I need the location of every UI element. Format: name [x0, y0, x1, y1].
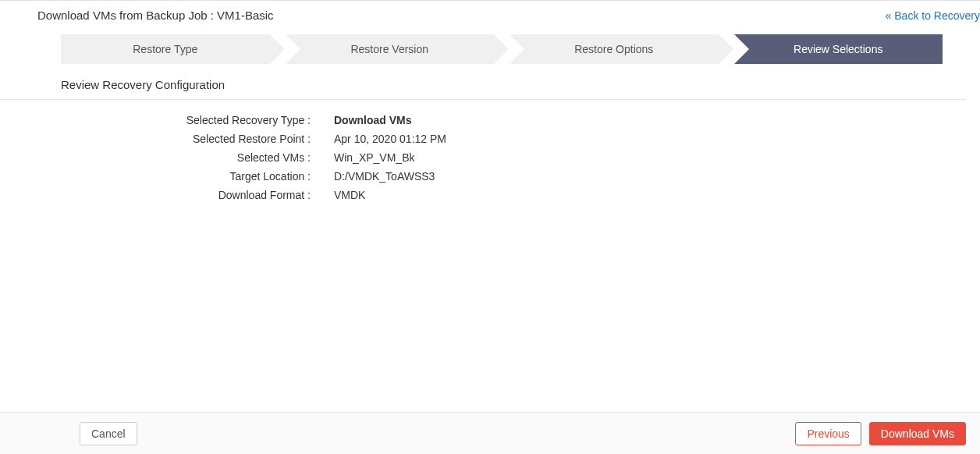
- wizard-step-review-selections[interactable]: Review Selections: [734, 34, 943, 64]
- config-label: Selected VMs :: [61, 151, 334, 164]
- config-label: Download Format :: [61, 189, 334, 201]
- section-title: Review Recovery Configuration: [0, 64, 966, 100]
- header-row: Download VMs from Backup Job : VM1-Basic…: [0, 1, 980, 28]
- config-row-recovery-type: Selected Recovery Type : Download VMs: [61, 114, 980, 126]
- config-table: Selected Recovery Type : Download VMs Se…: [0, 100, 980, 201]
- footer-actions: Previous Download VMs: [795, 422, 966, 445]
- config-value: VMDK: [334, 189, 365, 201]
- config-row-restore-point: Selected Restore Point : Apr 10, 2020 01…: [61, 133, 980, 145]
- config-row-selected-vms: Selected VMs : Win_XP_VM_Bk: [61, 151, 980, 164]
- download-vms-button[interactable]: Download VMs: [869, 422, 966, 445]
- wizard-step-label: Restore Options: [574, 43, 653, 55]
- config-row-target-location: Target Location : D:/VMDK_ToAWSS3: [61, 170, 980, 183]
- config-value: D:/VMDK_ToAWSS3: [334, 170, 435, 183]
- config-label: Selected Restore Point :: [61, 133, 334, 145]
- back-to-recovery-link[interactable]: « Back to Recovery: [886, 9, 980, 22]
- page-title: Download VMs from Backup Job : VM1-Basic: [37, 9, 274, 22]
- config-row-download-format: Download Format : VMDK: [61, 189, 980, 201]
- config-label: Selected Recovery Type :: [61, 114, 334, 126]
- wizard-steps: Restore Type Restore Version Restore Opt…: [61, 34, 943, 64]
- config-label: Target Location :: [61, 170, 334, 183]
- wizard-step-label: Restore Version: [350, 43, 428, 55]
- wizard-step-restore-version[interactable]: Restore Version: [286, 34, 495, 64]
- wizard-step-label: Restore Type: [133, 43, 197, 55]
- previous-button[interactable]: Previous: [795, 422, 861, 445]
- footer-bar: Cancel Previous Download VMs: [0, 412, 980, 454]
- wizard-step-restore-type[interactable]: Restore Type: [61, 34, 270, 64]
- cancel-button[interactable]: Cancel: [80, 422, 137, 445]
- wizard-step-label: Review Selections: [794, 43, 882, 55]
- config-value: Apr 10, 2020 01:12 PM: [334, 133, 446, 145]
- config-value: Download VMs: [334, 114, 412, 126]
- config-value: Win_XP_VM_Bk: [334, 151, 414, 164]
- wizard-step-restore-options[interactable]: Restore Options: [510, 34, 719, 64]
